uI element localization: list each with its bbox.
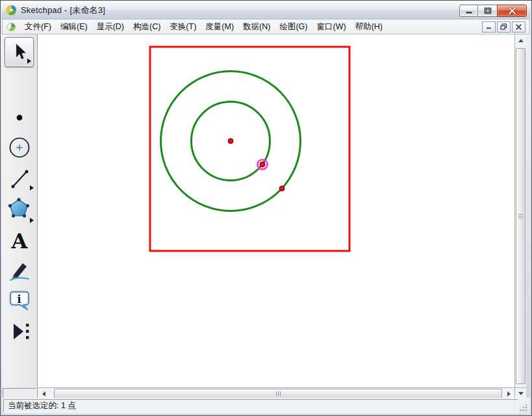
scroll-down-icon (518, 392, 524, 395)
mdi-close-icon (516, 24, 522, 30)
text-tool-letter: A (10, 229, 28, 254)
menu-bar: 文件(F) 编辑(E) 显示(D) 构造(C) 变换(T) 度量(M) 数据(N… (2, 19, 530, 34)
mdi-close-button[interactable] (512, 21, 526, 32)
information-icon: i (6, 287, 32, 315)
close-icon (508, 7, 516, 14)
scroll-up-button[interactable] (515, 34, 526, 46)
document-icon[interactable] (6, 22, 16, 32)
tool-palette: A i (2, 34, 38, 387)
window-title: Sketchpad - [未命名3] (21, 5, 105, 16)
mdi-restore-button[interactable] (497, 21, 511, 32)
circle-tool-icon (6, 133, 32, 162)
horizontal-scrollbar-thumb[interactable] (54, 389, 502, 398)
point-icon (6, 106, 32, 129)
tool-straightedge[interactable] (2, 164, 36, 193)
status-bar: 当前被选定的: 1 点 (2, 398, 530, 414)
point[interactable] (228, 138, 233, 144)
menu-graph[interactable]: 绘图(G) (275, 20, 312, 34)
sketch-canvas[interactable] (38, 34, 514, 387)
flyout-arrow-icon (27, 58, 31, 64)
tool-point[interactable] (2, 106, 36, 129)
menu-edit[interactable]: 编辑(E) (56, 20, 92, 34)
arrow-cursor-icon (10, 41, 29, 63)
marker-pen-icon (6, 255, 32, 283)
menu-measure[interactable]: 度量(M) (201, 20, 238, 34)
menu-file[interactable]: 文件(F) (20, 20, 56, 34)
menu-display[interactable]: 显示(D) (92, 20, 129, 34)
scrollbar-grip-icon (276, 391, 277, 396)
text-tool-icon: A (6, 227, 32, 254)
menu-window[interactable]: 窗口(W) (312, 20, 351, 34)
menu-construct[interactable]: 构造(C) (129, 20, 165, 34)
point[interactable] (279, 186, 285, 191)
tool-polygon[interactable] (2, 194, 36, 226)
mdi-minimize-icon (486, 24, 492, 29)
minimize-button[interactable] (459, 5, 478, 17)
scroll-left-icon (42, 391, 45, 396)
tool-compass-circle[interactable] (2, 133, 36, 162)
tool-information[interactable]: i (2, 287, 36, 315)
minimize-icon (465, 8, 473, 14)
close-button[interactable] (497, 5, 527, 17)
mdi-restore-icon (500, 23, 507, 30)
restore-icon (484, 7, 492, 14)
tool-custom[interactable] (2, 318, 36, 345)
sketchpad-logo-icon[interactable] (6, 5, 17, 16)
flyout-arrow-icon (30, 185, 34, 190)
vertical-scrollbar-thumb[interactable] (516, 48, 526, 384)
selection-status-text: 当前被选定的: 1 点 (3, 399, 518, 413)
work-area: A i (2, 34, 526, 399)
resize-grip[interactable] (518, 399, 529, 413)
menu-help[interactable]: 帮助(H) (351, 20, 387, 34)
segment-icon (6, 164, 32, 193)
information-letter: i (17, 292, 21, 306)
maximize-button[interactable] (478, 5, 497, 17)
mdi-minimize-button[interactable] (482, 21, 496, 32)
scroll-right-icon (507, 391, 511, 396)
scrollbar-grip-icon (518, 214, 523, 214)
menu-data[interactable]: 数据(N) (238, 20, 275, 34)
point-selected[interactable] (260, 162, 265, 167)
custom-tool-icon (6, 318, 32, 345)
tool-marker[interactable] (2, 255, 36, 283)
flyout-arrow-icon (30, 218, 34, 223)
polygon-icon (6, 194, 32, 226)
red-square[interactable] (150, 47, 349, 251)
menu-transform[interactable]: 变换(T) (165, 20, 201, 34)
scroll-up-icon (518, 39, 524, 42)
title-bar[interactable]: Sketchpad - [未命名3] (1, 1, 531, 19)
tool-selection-arrow[interactable] (5, 37, 34, 67)
app-window: Sketchpad - [未命名3] (0, 0, 532, 416)
sketch-drawing (38, 34, 514, 387)
vertical-scrollbar[interactable] (514, 34, 526, 387)
tool-text[interactable]: A (2, 227, 36, 254)
